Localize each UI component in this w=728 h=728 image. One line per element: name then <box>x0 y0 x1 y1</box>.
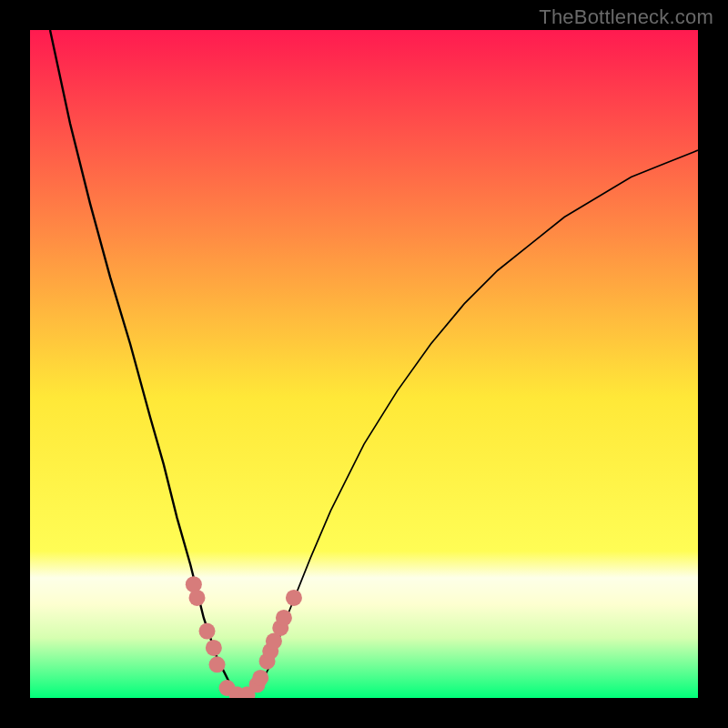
data-marker <box>189 590 206 606</box>
chart-svg <box>30 30 698 698</box>
data-marker <box>286 590 302 606</box>
data-marker <box>199 623 216 640</box>
data-marker <box>276 610 292 626</box>
chart-container: TheBottleneck.com <box>0 0 728 728</box>
plot-area <box>30 30 698 698</box>
data-marker <box>206 640 222 656</box>
gradient-background <box>30 30 698 698</box>
data-marker <box>209 656 226 672</box>
data-marker <box>252 670 268 686</box>
attribution-label: TheBottleneck.com <box>539 5 713 29</box>
